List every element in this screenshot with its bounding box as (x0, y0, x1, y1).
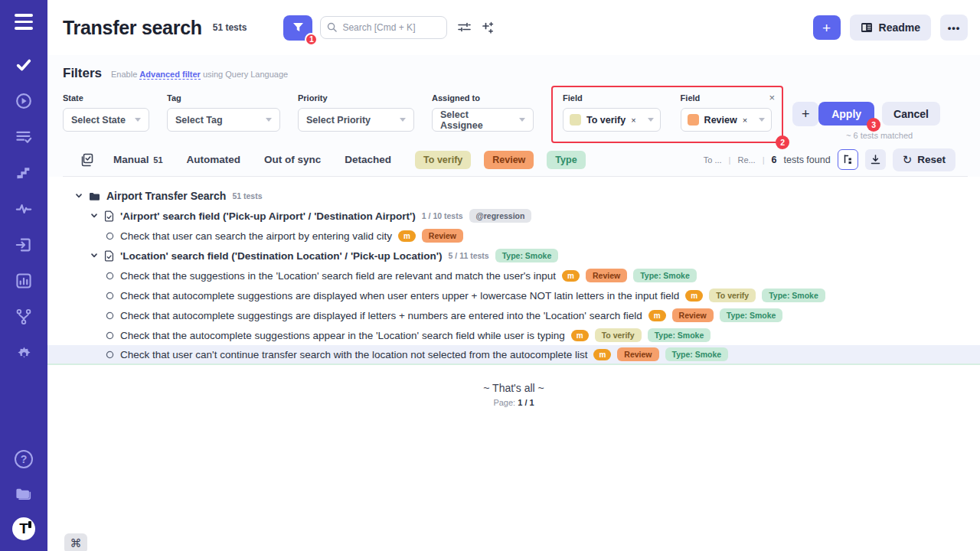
app-window: ? T Transfer search 51 tests 1 (0, 0, 980, 551)
folder-icon (89, 191, 100, 201)
test-tree: Airport Transfer Search51 tests'Airport'… (47, 186, 980, 365)
tests-matched-text: ~ 6 tests matched (818, 131, 940, 140)
steps-icon[interactable] (15, 164, 33, 182)
page-title: Transfer search (63, 17, 202, 39)
filters-heading: Filters (63, 66, 102, 81)
separator: | (763, 155, 765, 165)
test-row[interactable]: Check that user can't continue transfer … (47, 345, 980, 365)
help-icon[interactable]: ? (15, 450, 33, 468)
test-row[interactable]: Check that autocomplete suggestings are … (47, 305, 980, 325)
funnel-icon (292, 22, 304, 33)
field-select-review[interactable]: Review × (681, 108, 773, 132)
filter-button[interactable]: 1 (283, 15, 312, 41)
tests-check-icon[interactable] (15, 56, 33, 74)
badge-green: Type: Smoke (720, 308, 783, 322)
cancel-button[interactable]: Cancel (882, 102, 940, 126)
separator: | (729, 155, 731, 165)
badge-green: Type: Smoke (762, 289, 825, 302)
test-row[interactable]: Check that the autocomplete suggestions … (47, 325, 980, 345)
filter-pill-type[interactable]: Type (547, 151, 585, 169)
tab-manual[interactable]: Manual 51 (113, 154, 163, 165)
tree-view-icon (843, 155, 853, 165)
content-area: Airport Transfer Search51 tests'Airport'… (47, 177, 980, 551)
keyboard-shortcuts-button[interactable]: ⌘ (64, 533, 87, 551)
filter-label: Field (563, 93, 661, 103)
readme-button[interactable]: Readme (850, 15, 931, 41)
app-logo[interactable]: T (12, 517, 35, 540)
folder-row[interactable]: Airport Transfer Search51 tests (47, 186, 980, 206)
chevron-down-icon[interactable] (90, 212, 98, 220)
circle-status-icon (106, 350, 114, 359)
filter-assignee: Assigned to Select Assignee (432, 86, 534, 132)
field-select-to-verify[interactable]: To verify × (563, 108, 661, 132)
tabs-row: Manual 51 Automated Out of sync Detached… (63, 143, 968, 177)
suite-row[interactable]: 'Airport' search field ('Pick-up Airport… (47, 206, 980, 226)
badge-green: Type: Smoke (665, 347, 729, 361)
apply-block: Apply 3 Cancel ~ 6 tests matched (818, 102, 940, 140)
badge-green: Type: Smoke (648, 328, 711, 342)
test-row[interactable]: Check that the suggestions in the 'Locat… (47, 266, 980, 285)
tests-found-count: 6 (772, 155, 777, 165)
tree-view-button[interactable] (838, 149, 858, 170)
bar-chart-icon[interactable] (15, 272, 33, 290)
chevron-down-icon (648, 118, 654, 122)
menu-icon[interactable] (15, 14, 33, 30)
add-filter-button[interactable]: + (792, 102, 818, 126)
row-title: Check that user can't continue transfer … (120, 349, 587, 360)
tab-out-of-sync[interactable]: Out of sync (264, 154, 321, 165)
end-note: ~ That's all ~ Page: 1 / 1 (47, 382, 980, 407)
search-icon (327, 22, 337, 32)
row-title: Airport Transfer Search (106, 190, 226, 202)
tab-automated[interactable]: Automated (187, 154, 241, 165)
import-icon[interactable] (15, 236, 33, 254)
filter-label: State (63, 93, 149, 103)
truncated-column-2[interactable]: Re... (737, 155, 755, 165)
add-button[interactable]: + (813, 15, 841, 40)
ai-sparkles-icon[interactable] (482, 21, 495, 34)
state-select[interactable]: Select State (63, 108, 149, 132)
reset-button[interactable]: ↻ Reset (893, 148, 956, 171)
remove-chip-icon[interactable]: × (631, 116, 635, 125)
activity-icon[interactable] (15, 200, 33, 218)
settings-sliders-icon[interactable] (458, 21, 471, 34)
assignee-select[interactable]: Select Assignee (432, 108, 534, 132)
close-icon[interactable]: × (769, 93, 776, 103)
tab-detached[interactable]: Detached (345, 154, 391, 165)
test-row[interactable]: Check that autocomplete suggestions are … (47, 285, 980, 305)
color-swatch (688, 114, 699, 126)
chevron-down-icon[interactable] (90, 252, 98, 259)
search-input[interactable] (320, 16, 447, 39)
play-circle-icon[interactable] (15, 92, 33, 110)
circle-status-icon (106, 292, 114, 300)
advanced-filter-link[interactable]: Advanced filter (139, 70, 200, 80)
badge-m: m (685, 290, 703, 302)
truncated-column-1[interactable]: To ... (704, 155, 722, 165)
tag-select[interactable]: Select Tag (167, 108, 280, 132)
filter-pill-review[interactable]: Review (484, 151, 534, 169)
apply-button[interactable]: Apply 3 (818, 102, 874, 126)
filter-pill-to-verify[interactable]: To verify (415, 151, 471, 169)
chevron-down-icon[interactable] (75, 192, 83, 200)
topbar: Transfer search 51 tests 1 + (47, 0, 980, 55)
suite-row[interactable]: 'Location' search field ('Destination Lo… (47, 246, 980, 266)
row-title: Check that autocomplete suggestions are … (120, 290, 679, 302)
circle-status-icon (106, 311, 114, 320)
badge-orange: Review (422, 229, 463, 243)
filter-tag: Tag Select Tag (167, 86, 280, 132)
gear-icon[interactable] (15, 344, 33, 362)
test-row[interactable]: Check that user can search the airport b… (47, 226, 980, 246)
list-check-icon[interactable] (15, 128, 33, 146)
row-title: 'Airport' search field ('Pick-up Airport… (120, 210, 416, 222)
search-wrap (320, 16, 447, 39)
remove-chip-icon[interactable]: × (743, 116, 747, 125)
branch-icon[interactable] (15, 308, 33, 326)
more-button[interactable]: ••• (940, 15, 968, 41)
badge-gray: @regression (469, 209, 532, 223)
download-button[interactable] (865, 149, 886, 170)
color-swatch (570, 114, 581, 126)
filter-label: Priority (298, 93, 414, 103)
filter-priority: Priority Select Priority (298, 86, 414, 132)
priority-select[interactable]: Select Priority (298, 108, 414, 132)
select-all-icon[interactable] (80, 153, 93, 167)
folders-icon[interactable] (15, 484, 33, 502)
